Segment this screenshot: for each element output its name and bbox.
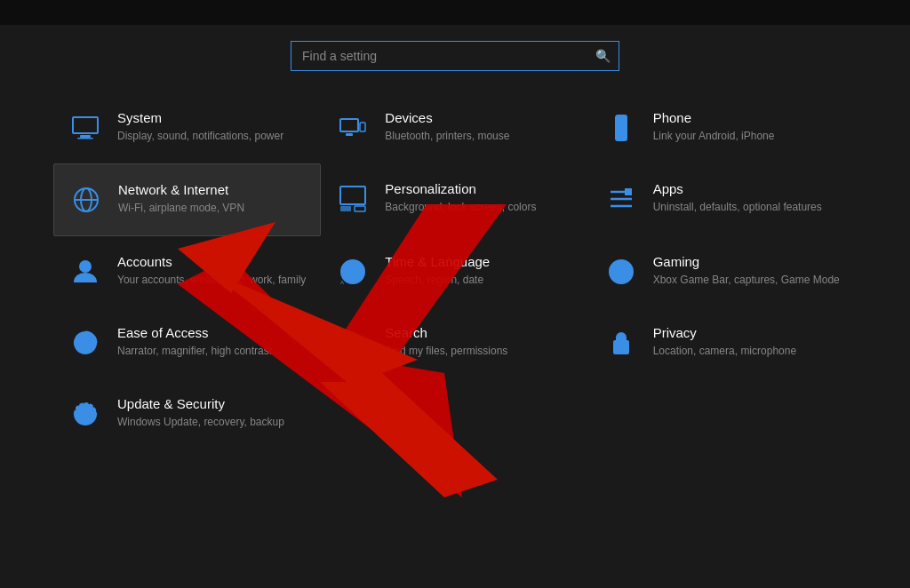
svg-rect-11 xyxy=(340,187,365,204)
svg-rect-0 xyxy=(73,117,98,133)
setting-title-search: Search xyxy=(385,325,574,340)
setting-item-network[interactable]: Network & InternetWi-Fi, airplane mode, … xyxy=(53,163,321,236)
svg-rect-4 xyxy=(360,123,365,131)
setting-desc-accounts: Your accounts, email, sync, work, family xyxy=(117,273,307,288)
setting-item-personalization[interactable]: PersonalizationBackground, lock screen, … xyxy=(321,163,588,236)
setting-desc-update-security: Windows Update, recovery, backup xyxy=(117,415,307,430)
search-container: 🔍 xyxy=(0,25,910,92)
setting-title-update-security: Update & Security xyxy=(117,396,307,411)
setting-title-time-language: Time & Language xyxy=(385,254,574,269)
svg-rect-1 xyxy=(80,135,91,138)
setting-title-apps: Apps xyxy=(653,181,842,196)
setting-desc-gaming: Xbox Game Bar, captures, Game Mode xyxy=(653,273,842,288)
svg-rect-17 xyxy=(625,188,632,195)
svg-point-27 xyxy=(619,346,623,349)
search-submit-icon[interactable]: 🔍 xyxy=(595,49,611,63)
svg-rect-5 xyxy=(346,133,353,136)
network-icon xyxy=(68,182,104,218)
svg-point-22 xyxy=(625,268,627,271)
setting-desc-devices: Bluetooth, printers, mouse xyxy=(385,129,574,144)
gaming-icon xyxy=(603,254,639,290)
svg-point-7 xyxy=(620,136,622,138)
phone-icon xyxy=(603,110,639,146)
search-setting-icon xyxy=(335,325,371,361)
personalization-icon xyxy=(335,181,371,217)
setting-item-search[interactable]: SearchFind my files, permissions xyxy=(321,307,588,378)
search-box[interactable]: 🔍 xyxy=(291,41,619,71)
svg-line-25 xyxy=(356,346,363,354)
ease-icon xyxy=(68,325,103,361)
time-icon: A xyxy=(335,254,371,290)
svg-rect-12 xyxy=(340,206,351,211)
setting-title-phone: Phone xyxy=(653,110,842,125)
system-icon xyxy=(68,110,103,146)
setting-desc-system: Display, sound, notifications, power xyxy=(117,129,307,144)
setting-title-network: Network & Internet xyxy=(118,182,306,197)
svg-point-24 xyxy=(342,332,358,348)
setting-item-time-language[interactable]: ATime & LanguageSpeech, region, date xyxy=(321,236,588,307)
svg-point-18 xyxy=(80,261,91,272)
setting-desc-network: Wi-Fi, airplane mode, VPN xyxy=(118,201,306,216)
svg-rect-2 xyxy=(77,138,93,139)
setting-item-update-security[interactable]: Update & SecurityWindows Update, recover… xyxy=(53,378,321,449)
setting-item-phone[interactable]: PhoneLink your Android, iPhone xyxy=(589,92,857,163)
setting-title-gaming: Gaming xyxy=(653,254,842,269)
svg-text:A: A xyxy=(340,280,344,285)
svg-rect-13 xyxy=(355,206,365,211)
setting-title-privacy: Privacy xyxy=(653,325,842,340)
setting-item-ease-of-access[interactable]: Ease of AccessNarrator, magnifier, high … xyxy=(53,307,321,378)
update-icon xyxy=(68,396,103,432)
settings-grid: SystemDisplay, sound, notifications, pow… xyxy=(0,92,910,449)
setting-desc-search: Find my files, permissions xyxy=(385,344,574,359)
setting-item-gaming[interactable]: GamingXbox Game Bar, captures, Game Mode xyxy=(589,236,857,307)
accounts-icon xyxy=(68,254,103,290)
svg-point-23 xyxy=(625,274,627,276)
setting-title-ease-of-access: Ease of Access xyxy=(117,325,307,340)
setting-item-system[interactable]: SystemDisplay, sound, notifications, pow… xyxy=(53,92,321,163)
setting-title-devices: Devices xyxy=(385,110,574,125)
privacy-icon xyxy=(603,325,639,361)
svg-rect-3 xyxy=(340,119,358,131)
setting-desc-personalization: Background, lock screen, colors xyxy=(385,200,574,215)
setting-title-system: System xyxy=(117,110,307,125)
setting-desc-privacy: Location, camera, microphone xyxy=(653,344,842,359)
setting-title-accounts: Accounts xyxy=(117,254,307,269)
setting-item-devices[interactable]: DevicesBluetooth, printers, mouse xyxy=(321,92,588,163)
setting-item-accounts[interactable]: AccountsYour accounts, email, sync, work… xyxy=(53,236,321,307)
top-bar xyxy=(0,0,910,25)
search-input[interactable] xyxy=(291,41,619,71)
apps-icon xyxy=(603,181,639,217)
setting-desc-apps: Uninstall, defaults, optional features xyxy=(653,200,842,215)
devices-icon xyxy=(335,110,371,146)
setting-desc-ease-of-access: Narrator, magnifier, high contrast xyxy=(117,344,307,359)
setting-item-apps[interactable]: AppsUninstall, defaults, optional featur… xyxy=(589,163,857,236)
setting-title-personalization: Personalization xyxy=(385,181,574,196)
setting-desc-time-language: Speech, region, date xyxy=(385,273,574,288)
setting-item-privacy[interactable]: PrivacyLocation, camera, microphone xyxy=(589,307,857,378)
setting-desc-phone: Link your Android, iPhone xyxy=(653,129,842,144)
